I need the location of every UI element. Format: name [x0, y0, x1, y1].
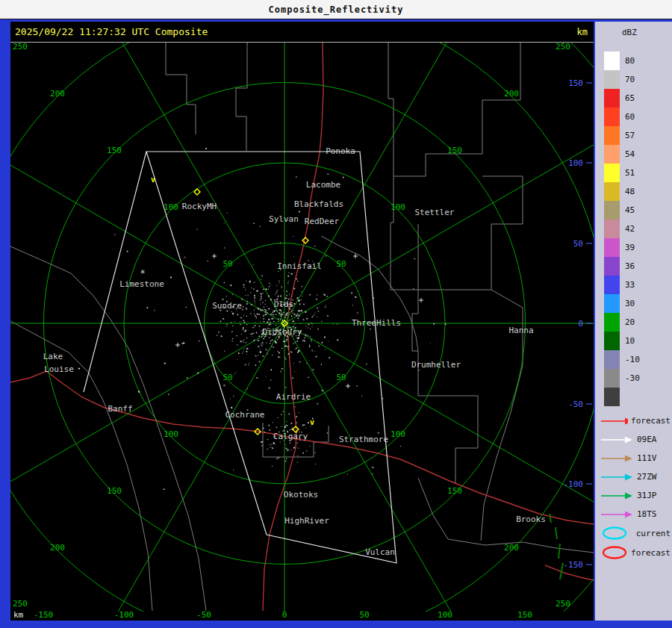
- scale-swatch: [604, 145, 620, 164]
- scale-entry: 51: [604, 164, 640, 182]
- y-axis-label: -150: [564, 560, 584, 570]
- range-label: 250: [556, 599, 570, 609]
- scale-entry: 33: [604, 276, 640, 294]
- timestamp-bar: 2025/09/22 11:27:32 UTC Composite km: [10, 22, 594, 43]
- city-label: Ponoka: [326, 146, 355, 156]
- radar-map[interactable]: 5050505010010010010015015015015020020020…: [10, 43, 594, 612]
- scale-entry: 42: [604, 220, 640, 238]
- x-axis-unit-label: km: [13, 610, 23, 620]
- range-label: 200: [50, 89, 65, 99]
- track-ellipse-icon: [600, 545, 628, 560]
- scale-value: -10: [625, 350, 640, 369]
- window-titlebar: Composite_Reflectivity: [0, 0, 672, 19]
- city-label: Sylvan: [269, 214, 299, 224]
- scale-swatch: [604, 89, 620, 108]
- window-frame-left: [0, 19, 10, 628]
- azimuth-spoke: [74, 323, 285, 612]
- track-arrow-icon: [600, 491, 634, 500]
- boundary-line: [10, 321, 152, 611]
- x-axis-label: -50: [196, 610, 211, 620]
- scale-swatch: [604, 369, 620, 388]
- legend-label: 27ZW: [637, 472, 657, 482]
- city-label: Lake: [43, 352, 63, 361]
- range-label: 250: [556, 43, 570, 52]
- boundary-line: [393, 43, 520, 176]
- city-label: Olds: [274, 299, 294, 309]
- track-arrow-icon: [600, 435, 634, 444]
- legend-item-forecast-ellipse: forecast: [600, 543, 671, 562]
- boundary-line: [71, 273, 206, 611]
- scale-swatch: [604, 276, 620, 294]
- range-label: 250: [13, 43, 28, 52]
- scale-entry: 57: [604, 126, 640, 145]
- legend-label: current: [636, 529, 671, 538]
- scale-entry: -10: [604, 350, 640, 369]
- range-label: 150: [107, 486, 122, 496]
- city-label: Strathmore: [339, 435, 388, 444]
- range-label: 250: [13, 599, 28, 609]
- town-marker: [212, 254, 217, 258]
- y-axis-label: 150: [568, 78, 583, 88]
- scale-entry: -30: [604, 369, 640, 388]
- range-label: 200: [504, 89, 519, 99]
- scale-value: 48: [625, 182, 635, 201]
- x-axis-label: -150: [34, 610, 54, 620]
- city-label: Drumheller: [411, 360, 461, 370]
- scale-value: 80: [625, 52, 635, 70]
- scale-entry: 20: [604, 313, 640, 332]
- color-scale-panel: dBZ 80706560575451484542393633302010-10-…: [595, 22, 672, 621]
- legend-item-27ZW: 27ZW: [600, 467, 671, 486]
- y-axis-label: 50: [573, 239, 583, 249]
- scale-swatch: [604, 238, 620, 257]
- range-label: 100: [391, 202, 405, 212]
- city-label: Blackfalds: [294, 199, 343, 209]
- city-label: Hanna: [508, 326, 533, 335]
- legend-label: 31JP: [637, 491, 657, 500]
- range-label: 100: [164, 429, 178, 439]
- scale-swatch: [604, 220, 620, 238]
- legend-item-forecast: forecast: [600, 411, 671, 430]
- scale-swatch: [604, 164, 620, 182]
- x-axis-label: 0: [282, 610, 287, 620]
- scale-entry: 36: [604, 257, 640, 276]
- range-rings-grid: [10, 43, 594, 612]
- city-label: Cochrane: [225, 410, 265, 420]
- scale-swatch: [604, 70, 620, 89]
- legend-item-111V: 111V: [600, 449, 671, 467]
- range-label: 150: [447, 146, 462, 155]
- boundary-line: [236, 43, 247, 151]
- range-ring: [10, 43, 594, 612]
- boundary-line: [10, 246, 71, 273]
- scale-swatch: [604, 182, 620, 201]
- map-labels: 5050505010010010010015015015015020020020…: [13, 43, 592, 609]
- range-label: 100: [391, 429, 405, 439]
- scale-value: 51: [625, 164, 635, 182]
- city-label: Banff: [108, 404, 132, 414]
- x-axis-label: 50: [359, 610, 369, 620]
- scale-value: 60: [625, 108, 635, 126]
- town-marker: [346, 384, 350, 388]
- radar-display[interactable]: 2025/09/22 11:27:32 UTC Composite km: [10, 22, 594, 621]
- city-label: Stettler: [415, 208, 455, 217]
- city-label: RockyMH: [182, 202, 217, 211]
- scale-swatch: [604, 52, 620, 70]
- range-label: 50: [223, 373, 232, 382]
- city-label: Airdrie: [276, 392, 311, 402]
- scale-swatch: [604, 126, 620, 145]
- scale-swatch: [604, 201, 620, 220]
- scale-value: -30: [625, 369, 640, 388]
- panel-divider: [594, 22, 595, 621]
- range-label: 50: [223, 259, 232, 269]
- scale-entry: 80: [604, 52, 640, 70]
- scale-swatch: [604, 388, 620, 406]
- x-axis-label: -100: [114, 610, 134, 620]
- scale-swatch: [604, 257, 620, 276]
- radar-sector-outline: [84, 152, 396, 563]
- city-label: Brooks: [516, 514, 546, 524]
- scale-value: 65: [625, 89, 635, 108]
- scale-entry: [604, 388, 640, 406]
- range-label: 50: [336, 373, 346, 382]
- range-label: 100: [164, 202, 178, 212]
- color-scale: 80706560575451484542393633302010-10-30: [604, 52, 640, 406]
- scale-value: 20: [625, 313, 635, 332]
